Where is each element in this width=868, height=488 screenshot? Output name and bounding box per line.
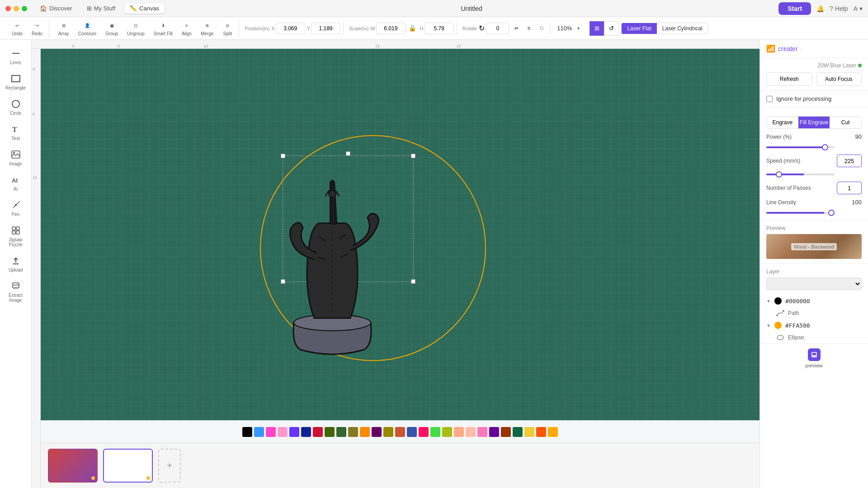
color-yellow-green[interactable] [383, 427, 393, 437]
grid-view-button[interactable]: ⊞ [590, 21, 604, 36]
layer-select[interactable] [766, 277, 862, 290]
ungroup-button[interactable]: ⊡ Ungroup [123, 19, 148, 38]
preview-icon[interactable] [808, 348, 821, 361]
layer-color-orange[interactable]: ▼ #FFA500 [760, 319, 868, 332]
color-dark-blue[interactable] [301, 427, 311, 437]
layer-sub-path: Path [760, 307, 868, 319]
color-teal[interactable] [513, 427, 523, 437]
color-brown[interactable] [501, 427, 511, 437]
layer-color-black[interactable]: ▼ #000000 [760, 295, 868, 307]
svg-point-7 [15, 204, 17, 206]
maximize-button[interactable] [22, 6, 27, 11]
zoom-dropdown-button[interactable]: ▾ [574, 24, 583, 33]
canvas-content[interactable] [41, 49, 760, 461]
redo-button[interactable]: ↪ Redo [28, 19, 46, 38]
color-black[interactable] [242, 427, 252, 437]
cactus-image[interactable] [246, 144, 418, 361]
refresh-view-button[interactable]: ↺ [604, 21, 618, 36]
sidebar-item-rectangle[interactable]: Rectangle [2, 70, 29, 94]
svg-rect-8 [12, 227, 15, 230]
color-purple[interactable] [289, 427, 299, 437]
color-red-orange[interactable] [536, 427, 546, 437]
ignore-checkbox[interactable] [766, 96, 773, 102]
color-light-pink[interactable] [278, 427, 288, 437]
tab-my-stuff[interactable]: ⊞ My Stuff [81, 3, 121, 14]
color-gold[interactable] [548, 427, 558, 437]
auto-focus-button[interactable]: Auto Focus [816, 72, 862, 86]
passes-input[interactable] [837, 182, 862, 194]
flip-h-button[interactable]: ⇄ [511, 24, 522, 33]
flip-diag-button[interactable]: ⬡ [536, 24, 547, 33]
color-medium-blue[interactable] [407, 427, 417, 437]
array-button[interactable]: ⊞ Array [55, 19, 73, 38]
color-burnt-orange[interactable] [395, 427, 405, 437]
speed-slider[interactable] [766, 174, 835, 175]
user-button[interactable]: A ▾ [854, 5, 863, 12]
merge-button[interactable]: ⊕ Merge [197, 19, 217, 38]
color-dark-purple[interactable] [372, 427, 382, 437]
notification-button[interactable]: 🔔 [816, 5, 824, 12]
close-button[interactable] [5, 6, 11, 11]
x-position-input[interactable] [276, 23, 305, 34]
page-thumb-1[interactable] [48, 449, 98, 483]
sidebar-item-ai[interactable]: AI AI [2, 171, 29, 195]
color-light-peach[interactable] [466, 427, 476, 437]
color-olive[interactable] [348, 427, 358, 437]
document-title: Untitled [168, 5, 775, 12]
density-slider[interactable] [766, 212, 835, 214]
group-button[interactable]: ▣ Group [102, 19, 122, 38]
color-salmon[interactable] [477, 427, 487, 437]
color-bright-green[interactable] [430, 427, 440, 437]
color-peach[interactable] [454, 427, 464, 437]
contours-button[interactable]: 👤 Contours [75, 19, 100, 38]
sidebar-item-image[interactable]: Image [2, 145, 29, 170]
undo-button[interactable]: ↩ Undo [8, 19, 26, 38]
flip-v-button[interactable]: ⇅ [524, 24, 534, 33]
help-button[interactable]: ? Help [830, 5, 848, 12]
color-dark-green[interactable] [325, 427, 335, 437]
color-green[interactable] [336, 427, 346, 437]
laser-cylindrical-button[interactable]: Laser Cylindrical [657, 23, 708, 34]
color-red[interactable] [313, 427, 323, 437]
fill-engrave-tab[interactable]: Fill Engrave [798, 117, 830, 128]
width-input[interactable] [376, 23, 406, 34]
refresh-button[interactable]: Refresh [766, 72, 812, 86]
color-orange[interactable] [360, 427, 370, 437]
color-hot-pink[interactable] [419, 427, 429, 437]
y-position-input[interactable] [311, 23, 340, 34]
page-thumb-2[interactable] [103, 449, 153, 483]
sidebar-item-text[interactable]: T Text [2, 120, 29, 145]
titlebar: 🏠 Discover ⊞ My Stuff ✏️ Canvas Untitled… [0, 0, 868, 17]
power-slider[interactable] [766, 146, 835, 148]
height-input[interactable] [425, 23, 454, 34]
color-pink[interactable] [266, 427, 276, 437]
sidebar-item-lines[interactable]: Lines [2, 44, 29, 69]
sidebar-item-upload[interactable]: Upload [2, 252, 29, 276]
align-button[interactable]: ≡ Align [178, 19, 195, 38]
speed-input[interactable] [837, 155, 862, 167]
lock-aspect-button[interactable]: 🔒 [407, 23, 418, 34]
preview-material-image[interactable]: Wood - Basswood [766, 234, 862, 259]
engrave-tab[interactable]: Engrave [767, 117, 798, 128]
color-violet[interactable] [489, 427, 499, 437]
sidebar-item-jigsaw[interactable]: Jigsaw Puzzle [2, 221, 29, 251]
color-yellow[interactable] [524, 427, 534, 437]
smart-fill-button[interactable]: ⬇ Smart Fill [150, 19, 176, 38]
canvas-area[interactable]: 0 5 10 15 20 0 5 10 [32, 40, 760, 488]
start-button[interactable]: Start [778, 2, 811, 15]
split-button[interactable]: ⊘ Split [219, 19, 236, 38]
tab-canvas[interactable]: ✏️ Canvas [124, 3, 165, 14]
device-info-section: 20W Blue Laser Refresh Auto Focus [760, 58, 868, 91]
laser-flat-button[interactable]: Laser Flat [622, 23, 656, 34]
sidebar-item-pen[interactable]: Pen [2, 196, 29, 221]
color-dot-orange [774, 322, 782, 329]
sidebar-item-extract[interactable]: Extract Image [2, 277, 29, 306]
tab-discover[interactable]: 🏠 Discover [34, 3, 78, 14]
color-lime[interactable] [442, 427, 452, 437]
color-blue[interactable] [254, 427, 264, 437]
minimize-button[interactable] [14, 6, 19, 11]
cut-tab[interactable]: Cut [830, 117, 861, 128]
add-page-button[interactable]: + [158, 449, 181, 483]
rotate-input[interactable] [486, 23, 509, 34]
sidebar-item-circle[interactable]: Circle [2, 95, 29, 119]
